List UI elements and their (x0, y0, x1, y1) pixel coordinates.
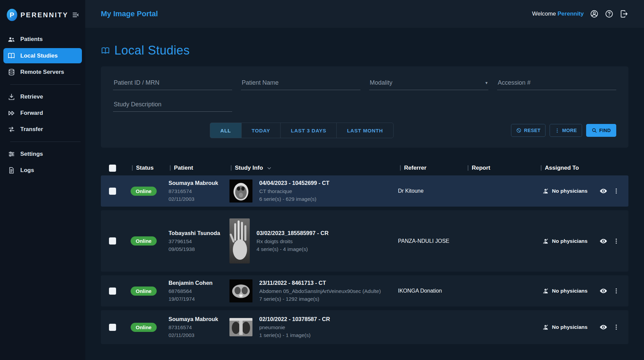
patient-dob: 02/11/2003 (169, 195, 227, 203)
kebab-menu-icon[interactable] (613, 188, 620, 194)
modality-select-label: Modality (370, 79, 393, 86)
menu-collapse-icon[interactable] (72, 11, 79, 19)
sidebar-divider (10, 142, 81, 142)
sidebar-item-label: Remote Servers (20, 69, 64, 76)
book-icon (101, 46, 110, 55)
sidebar-item-settings[interactable]: Settings (0, 146, 85, 162)
row-actions (596, 323, 628, 331)
study-thumbnail[interactable] (229, 218, 250, 263)
accession-input[interactable] (497, 77, 616, 90)
eye-icon[interactable] (599, 287, 607, 295)
account-icon[interactable] (590, 9, 599, 18)
patient-id-input[interactable] (113, 77, 232, 90)
patient-cell: Benjamin Cohen 68768564 19/07/1974 (166, 279, 227, 303)
patient-dob: 02/11/2003 (169, 331, 227, 339)
sidebar-item-remote-servers[interactable]: Remote Servers (0, 64, 85, 80)
welcome-username: Perennity (558, 10, 584, 17)
sidebar-item-label: Logs (20, 167, 34, 174)
sidebar-item-local-studies[interactable]: Local Studies (3, 48, 82, 63)
reset-label: RESET (524, 128, 540, 133)
modality-select[interactable]: Modality ▾ (369, 77, 488, 90)
study-title: 04/04/2023 - 10452699 - CT (259, 179, 329, 187)
brand-name: PERENNITY (21, 11, 68, 19)
sidebar-item-retrieve[interactable]: Retrieve (0, 89, 85, 105)
study-title: 03/02/2023_185585997 - CR (257, 229, 329, 237)
referrer: Dr Kitoune (396, 188, 464, 194)
caret-down-icon: ▾ (485, 80, 488, 85)
column-divider (231, 165, 231, 171)
date-filter-all[interactable]: ALL (210, 123, 242, 138)
sidebar-item-label: Local Studies (20, 52, 58, 59)
status-badge: Online (131, 187, 157, 196)
study-thumbnail[interactable] (229, 279, 252, 302)
column-label: Assigned To (545, 165, 579, 171)
logo-row: P PERENNITY (0, 6, 85, 26)
no-physician-icon (542, 324, 549, 331)
main-column: My Image Portal Welcome Perennity (85, 0, 644, 360)
patient-dob: 19/07/1974 (169, 295, 227, 303)
chevron-down-icon[interactable] (266, 165, 272, 171)
study-row[interactable]: Online Tobayashi Tsunoda 37796154 09/05/… (101, 210, 628, 272)
kebab-menu-icon[interactable] (613, 238, 620, 245)
patient-name-input[interactable] (241, 77, 360, 90)
filter-grid: Modality ▾ (113, 77, 616, 112)
patient-name: Benjamin Cohen (169, 279, 227, 287)
row-checkbox[interactable] (109, 324, 116, 331)
sidebar-divider (10, 84, 81, 85)
eye-icon[interactable] (599, 323, 607, 331)
column-divider (541, 165, 541, 171)
column-label: Study Info (235, 165, 263, 171)
kebab-menu-icon[interactable] (613, 324, 620, 331)
row-actions (596, 237, 628, 245)
study-row[interactable]: Online Soumaya Mabrouk 87316574 02/11/20… (101, 310, 628, 344)
sidebar-item-patients[interactable]: Patients (0, 31, 85, 47)
database-icon (7, 68, 15, 76)
sidebar-item-forward[interactable]: Forward (0, 105, 85, 121)
date-filter-last-3-days[interactable]: LAST 3 DAYS (280, 123, 337, 138)
find-button[interactable]: FIND (586, 124, 616, 137)
study-row[interactable]: Online Soumaya Mabrouk 87316574 02/11/20… (101, 175, 628, 207)
row-checkbox[interactable] (109, 188, 116, 195)
study-thumbnail[interactable] (229, 179, 252, 203)
study-description-input[interactable] (113, 98, 232, 112)
logout-icon[interactable] (620, 9, 628, 18)
table-header-checkbox-cell (101, 165, 128, 172)
patient-cell: Tobayashi Tsunoda 37796154 09/05/1938 (166, 229, 227, 253)
reset-button[interactable]: RESET (511, 124, 546, 137)
status-badge: Online (131, 287, 157, 296)
more-label: MORE (562, 128, 577, 133)
sidebar-item-label: Retrieve (20, 93, 43, 100)
book-icon (7, 52, 15, 60)
assigned-cell: No physicians (537, 288, 596, 294)
assigned-cell: No physicians (537, 238, 596, 245)
topbar-right: Welcome Perennity (532, 9, 628, 18)
assigned-text: No physicians (552, 324, 587, 330)
no-physician-icon (542, 188, 549, 194)
patient-name: Tobayashi Tsunoda (169, 229, 227, 237)
sidebar: P PERENNITY Patients (0, 0, 85, 360)
transfer-icon (7, 126, 15, 133)
study-counts: 4 serie(s) - 4 image(s) (257, 245, 329, 253)
welcome-prefix: Welcome (532, 10, 556, 17)
settings-sliders-icon (7, 150, 15, 158)
patient-id: 87316574 (169, 323, 227, 331)
study-title: 02/10/2022 - 10378587 - CR (259, 315, 330, 323)
study-row[interactable]: Online Benjamin Cohen 68768564 19/07/197… (101, 275, 628, 306)
sidebar-item-logs[interactable]: Logs (0, 162, 85, 178)
sidebar-item-transfer[interactable]: Transfer (0, 121, 85, 137)
row-checkbox[interactable] (109, 288, 116, 295)
study-thumbnail[interactable] (229, 318, 252, 336)
date-filter-last-month[interactable]: LAST MONTH (336, 123, 393, 138)
help-icon[interactable] (605, 9, 614, 18)
patient-name: Soumaya Mabrouk (169, 179, 227, 187)
more-button[interactable]: MORE (550, 124, 582, 137)
select-all-checkbox[interactable] (109, 165, 116, 172)
download-icon (7, 93, 15, 101)
date-filter-today[interactable]: TODAY (241, 123, 281, 138)
row-checkbox[interactable] (109, 237, 116, 245)
eye-icon[interactable] (599, 237, 607, 245)
app-root: P PERENNITY Patients (0, 0, 644, 360)
eye-icon[interactable] (599, 187, 607, 195)
column-divider (132, 165, 133, 171)
kebab-menu-icon[interactable] (613, 288, 620, 294)
